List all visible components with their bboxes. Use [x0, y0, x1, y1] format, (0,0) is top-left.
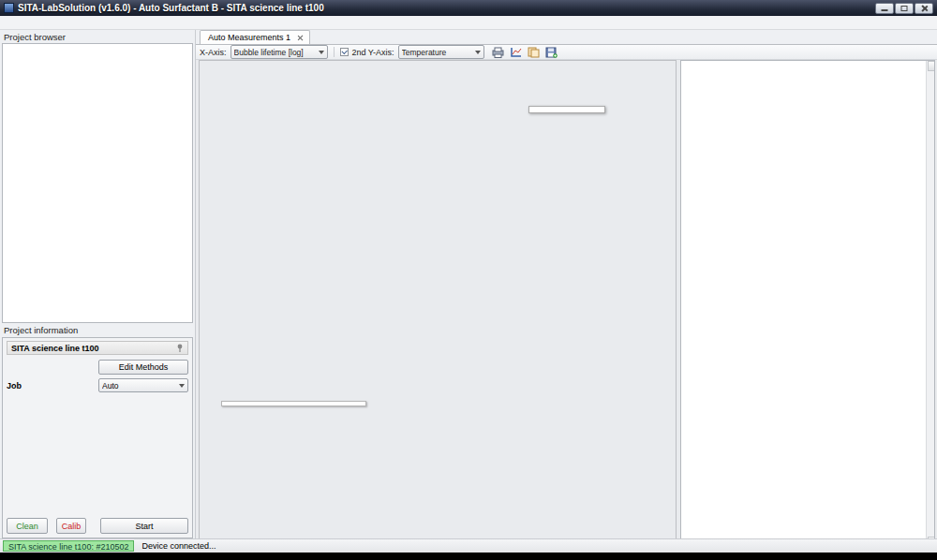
- cursor-readout-box: [528, 106, 605, 113]
- table-scrollbar[interactable]: [926, 61, 934, 547]
- start-button[interactable]: Start: [100, 518, 188, 534]
- tab-close-icon[interactable]: [296, 34, 304, 41]
- x-axis-select[interactable]: Bubble lifetime [log]: [231, 45, 328, 59]
- close-button[interactable]: [915, 3, 933, 14]
- job-label: Job: [7, 381, 22, 391]
- pin-icon[interactable]: [176, 344, 184, 352]
- tab-title: Auto Measurements 1: [208, 33, 290, 42]
- device-status-badge: SITA science line t100: #210502: [3, 540, 134, 552]
- chevron-down-icon: [179, 384, 185, 388]
- calib-button[interactable]: Calib: [56, 518, 86, 534]
- project-info-label: Project information: [0, 323, 195, 336]
- chevron-down-icon: [475, 51, 481, 54]
- second-y-axis-checkbox[interactable]: [340, 48, 349, 56]
- restore-icon: [901, 6, 908, 11]
- project-tree: [2, 43, 193, 323]
- restore-button[interactable]: [895, 3, 914, 14]
- app-window: SITA-LabSolution (v1.6.0) - Auto Surfact…: [0, 0, 937, 560]
- title-bar: SITA-LabSolution (v1.6.0) - Auto Surfact…: [0, 0, 937, 16]
- job-select[interactable]: Auto: [98, 378, 188, 392]
- minimize-button[interactable]: [875, 3, 894, 14]
- copy-chart-icon[interactable]: [528, 46, 541, 58]
- save-chart-icon[interactable]: [545, 46, 558, 58]
- close-icon: [920, 5, 928, 12]
- second-y-axis-value: Temperature: [402, 48, 475, 57]
- measurement-table-panel: [680, 60, 935, 548]
- clean-button[interactable]: Clean: [7, 518, 48, 534]
- edit-methods-button[interactable]: Edit Methods: [98, 360, 188, 375]
- second-y-axis-select[interactable]: Temperature: [398, 45, 484, 59]
- content-area: [196, 60, 937, 548]
- menu-bar: [0, 16, 937, 30]
- export-image-icon[interactable]: [492, 46, 505, 58]
- bottom-strip: [0, 553, 937, 560]
- main-area: Auto Measurements 1 X-Axis: Bubble lifet…: [196, 30, 937, 538]
- window-title: SITA-LabSolution (v1.6.0) - Auto Surfact…: [18, 3, 324, 13]
- x-axis-label: X-Axis:: [200, 48, 227, 57]
- x-axis-value: Bubble lifetime [log]: [234, 48, 319, 57]
- chart-toolbar: X-Axis: Bubble lifetime [log] 2nd Y-Axis…: [196, 45, 937, 60]
- device-name: SITA science line t100: [11, 344, 99, 353]
- chart-settings-icon[interactable]: [510, 46, 523, 58]
- second-y-axis-label: 2nd Y-Axis:: [352, 48, 394, 57]
- chart-panel: [199, 60, 677, 548]
- status-bar: SITA science line t100: #210502 Device c…: [0, 538, 937, 553]
- tab-strip: Auto Measurements 1: [196, 30, 937, 45]
- jobs-panel: SITA science line t100 Edit Methods Job …: [2, 337, 193, 538]
- project-browser-label: Project browser: [0, 30, 195, 43]
- status-message: Device connected...: [141, 541, 216, 551]
- chart-legend: [221, 401, 366, 406]
- job-value: Auto: [102, 381, 179, 391]
- chevron-down-icon: [319, 51, 324, 54]
- app-icon: [4, 3, 14, 13]
- left-sidebar: Project browser Project information SITA…: [0, 30, 196, 538]
- minimize-icon: [882, 9, 888, 11]
- tab-auto-measurements[interactable]: Auto Measurements 1: [200, 30, 310, 44]
- device-header: SITA science line t100: [7, 341, 188, 355]
- surface-tension-chart[interactable]: [200, 61, 677, 549]
